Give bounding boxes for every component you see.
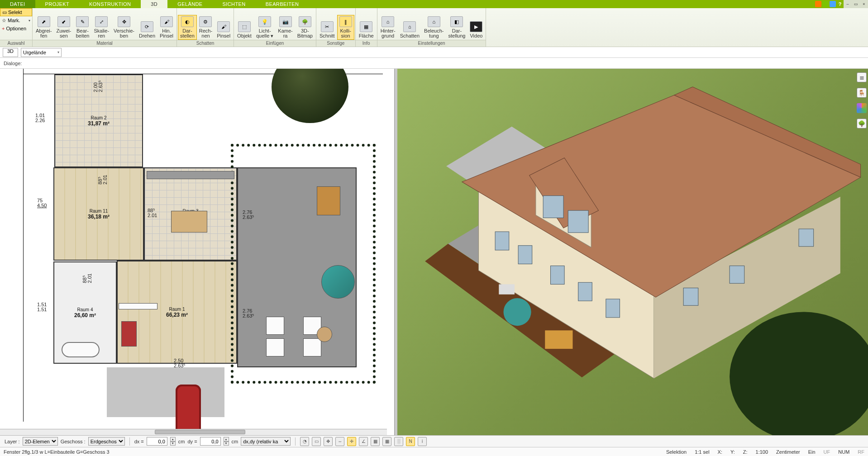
select-tool[interactable]: ▭Selekt	[0, 8, 32, 16]
skalieren-button[interactable]: ⤢Skalie-ren	[91, 15, 111, 40]
status-z: Z:	[743, 449, 748, 455]
tool-grid2-icon[interactable]: ▦	[382, 437, 391, 446]
ribbon-group-material: ⬈Abgrei-fen ⬋Zuwei-sen ✎Bear-beiten ⤢Ska…	[33, 8, 177, 47]
dim-top-gar: 2.002.63⁵	[93, 81, 103, 92]
status-element: Fenster 2flg.1/3 w L=Einbauteile G=Gesch…	[4, 449, 110, 455]
quick-tool-2[interactable]	[822, 1, 829, 7]
dy-label: dy =	[187, 439, 197, 444]
svg-point-19	[730, 312, 868, 435]
3d-bitmap-button[interactable]: 🌳3D-Bitmap	[295, 15, 315, 40]
hin-pinsel-button[interactable]: 🖌Hin.Pinsel	[157, 15, 176, 40]
tool-snap-icon[interactable]: ✥	[324, 437, 333, 446]
render-view[interactable]: ≣ 🪑 🌳	[397, 69, 868, 435]
ribbon-group-sonstige: ✂Schnitt ‖Kolli-sion Sonstige	[316, 8, 356, 47]
svg-rect-17	[730, 266, 744, 284]
floorplan-view[interactable]: Raum 231,87 m² Raum 1136,18 m² Raum 345,…	[0, 69, 395, 435]
tab-datei[interactable]: DATEI	[0, 0, 35, 8]
tab-bearbeiten[interactable]: BEARBEITEN	[256, 0, 309, 8]
svg-rect-11	[551, 266, 565, 285]
kamera-button[interactable]: 📷Kame-ra	[276, 15, 295, 40]
schatten-pinsel-button[interactable]: 🖌Pinsel	[215, 20, 233, 40]
patio-chair	[303, 338, 321, 356]
tool-hatch-icon[interactable]: ░	[394, 437, 403, 446]
lichtquelle-button[interactable]: 💡Licht-quelle ▾	[254, 15, 276, 40]
tool-info-icon[interactable]: i	[418, 437, 427, 446]
darstellung-button[interactable]: ◧Dar-stellung	[446, 15, 468, 40]
quick-tool-1[interactable]	[815, 1, 821, 7]
layer-label: Layer :	[5, 439, 20, 444]
dining-table	[171, 211, 207, 233]
dx-input[interactable]	[147, 437, 167, 446]
tool-clock-icon[interactable]: ◔	[300, 437, 309, 446]
tab-gelaende[interactable]: GELÄNDE	[167, 0, 212, 8]
tool-grid1-icon[interactable]: ▦	[371, 437, 380, 446]
video-button[interactable]: ▶Video	[467, 20, 485, 40]
coord-mode-select[interactable]: dx,dy (relativ ka	[241, 437, 291, 446]
tool-north-icon[interactable]: N	[406, 437, 415, 446]
tab-projekt[interactable]: PROJEKT	[35, 0, 80, 8]
sofa	[121, 321, 137, 347]
layers-icon[interactable]: ≣	[857, 72, 867, 82]
options-tool[interactable]: +Optionen	[0, 24, 32, 33]
chair-icon[interactable]: 🪑	[857, 88, 867, 98]
kitchen-counter	[147, 171, 234, 179]
tool-monitor-icon[interactable]: ▭	[312, 437, 321, 446]
status-scale: 1:100	[756, 449, 768, 455]
restore-button[interactable]: ▭	[852, 0, 860, 8]
help-icon[interactable]: ?	[837, 1, 843, 7]
tab-sichten[interactable]: SICHTEN	[213, 0, 256, 8]
flaeche-button[interactable]: ▦Fläche	[357, 20, 376, 40]
beleuchtung-button[interactable]: ⌂Beleuch-tung	[422, 15, 446, 40]
zuweisen-button[interactable]: ⬋Zuwei-sen	[54, 15, 73, 40]
group-label-info: Info	[356, 40, 377, 47]
hintergrund-button[interactable]: ⌂Hinter-grund	[378, 15, 398, 40]
driveway	[107, 367, 224, 417]
objekt-button[interactable]: ⬚Objekt	[235, 20, 254, 40]
room-1[interactable]: Raum 166,23 m²	[117, 261, 237, 364]
dx-spinner[interactable]: ▲▼	[170, 437, 176, 446]
colors-icon[interactable]	[857, 103, 867, 113]
abgreifen-button[interactable]: ⬈Abgrei-fen	[33, 15, 54, 40]
verschieben-button[interactable]: ✥Verschie-ben	[111, 15, 137, 40]
dy-spinner[interactable]: ▲▼	[224, 437, 229, 446]
tab-konstruktion[interactable]: KONSTRUKTION	[79, 0, 141, 8]
plant-icon[interactable]: 🌳	[857, 119, 867, 128]
scrollbar-thumb[interactable]	[155, 430, 245, 434]
dy-input[interactable]	[200, 437, 221, 446]
mark-tool[interactable]: ☆Mark.▾	[0, 16, 32, 24]
status-uf: UF	[824, 449, 830, 455]
patio-chair	[266, 317, 284, 335]
min-button[interactable]: –	[844, 0, 852, 8]
bottom-toolbar: Layer : 2D-Elemen Geschoss : Erdgeschos …	[0, 435, 868, 447]
geschoss-select[interactable]: Erdgeschos	[88, 437, 125, 446]
tool-angle-icon[interactable]: ∠	[359, 437, 368, 446]
mode-select[interactable]: 3D	[3, 48, 18, 57]
drehen-button[interactable]: ⟳Drehen	[137, 20, 157, 40]
svg-rect-13	[606, 299, 620, 318]
quick-tool-3[interactable]	[830, 1, 836, 7]
schatten-rechnen-button[interactable]: ⚙Rech-nen	[197, 15, 215, 40]
svg-point-20	[504, 298, 531, 326]
kollision-button[interactable]: ‖Kolli-sion	[337, 15, 354, 40]
tab-3d[interactable]: 3D	[141, 0, 167, 8]
svg-rect-18	[799, 229, 814, 247]
group-label-einstellungen: Einstellungen	[377, 40, 486, 47]
layer-select[interactable]: 2D-Elemen	[23, 437, 58, 446]
svg-rect-14	[543, 196, 563, 218]
ribbon: ▭Selekt ☆Mark.▾ +Optionen Auswahl ⬈Abgre…	[0, 8, 868, 47]
ribbon-group-info: ▦Fläche Info	[356, 8, 377, 47]
schatten-settings-button[interactable]: ⌂Schatten	[398, 20, 422, 40]
patio-chair	[266, 338, 284, 356]
tool-dim-icon[interactable]: ↔	[335, 437, 344, 446]
tv-unit	[119, 303, 157, 309]
tool-ortho-icon[interactable]: ✛	[347, 437, 356, 446]
svg-rect-21	[545, 330, 572, 349]
terrain-select[interactable]: Urgelände▾	[21, 48, 62, 57]
schnitt-button[interactable]: ✂Schnitt	[317, 20, 337, 40]
bearbeiten-button[interactable]: ✎Bear-beiten	[73, 15, 91, 40]
patio-lounger	[317, 186, 340, 215]
svg-rect-15	[568, 210, 588, 233]
scrollbar-horizontal[interactable]	[0, 429, 387, 435]
schatten-darstellen-button[interactable]: ◐Dar-stellen	[178, 15, 197, 40]
close-button[interactable]: ×	[860, 0, 868, 8]
